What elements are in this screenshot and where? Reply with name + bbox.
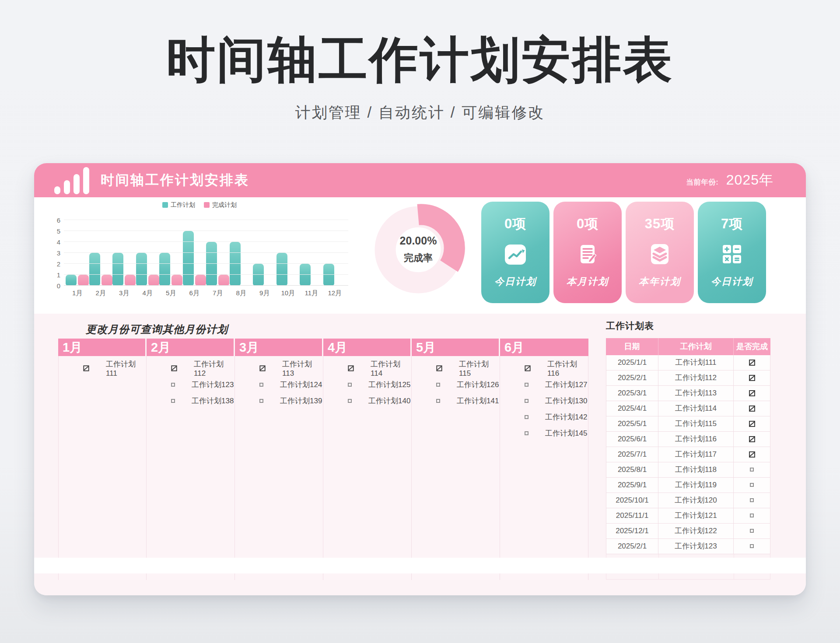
- checkbox-unchecked[interactable]: [436, 399, 440, 403]
- checkbox-checked[interactable]: [436, 365, 442, 371]
- card-title: 时间轴工作计划安排表: [101, 171, 249, 189]
- x-axis-label: 11月: [300, 289, 323, 297]
- y-axis-tick: 2: [51, 260, 60, 267]
- checkbox-unchecked[interactable]: [171, 399, 175, 403]
- checkbox-checked[interactable]: [259, 365, 265, 371]
- month-column: 5月工作计划115工作计划126工作计划141: [412, 339, 500, 580]
- bar-chart-logo-icon: [54, 166, 89, 194]
- table-cell-done: [734, 524, 770, 538]
- checkbox-unchecked[interactable]: [259, 399, 263, 403]
- table-cell-date: 2025/6/1: [606, 432, 658, 447]
- table-cell-plan: 工作计划116: [658, 432, 734, 447]
- month-column-header[interactable]: 1月: [58, 339, 147, 356]
- bar-group: [112, 220, 136, 286]
- checkbox-unchecked[interactable]: [750, 529, 754, 533]
- checkbox-unchecked[interactable]: [750, 468, 754, 472]
- checkbox-unchecked[interactable]: [750, 544, 754, 548]
- x-axis-label: 5月: [159, 289, 183, 297]
- table-cell-done: [734, 432, 770, 447]
- bar-group: [159, 220, 183, 286]
- x-axis-labels: 1月2月3月4月5月6月7月8月9月10月11月12月: [64, 289, 348, 297]
- year-value[interactable]: 2025年: [726, 171, 774, 190]
- x-axis-label: 3月: [112, 289, 136, 297]
- x-axis-label: 8月: [230, 289, 253, 297]
- bar-plot: 0123456: [64, 220, 348, 286]
- month-column-header[interactable]: 4月: [323, 339, 412, 356]
- bar-work-plan: [183, 231, 194, 286]
- plan-item-label: 工作计划111: [106, 359, 146, 378]
- table-row: 2025/1/1工作计划111: [606, 355, 770, 370]
- bar-work-plan: [136, 253, 147, 286]
- bar-group: [300, 220, 323, 286]
- checkbox-unchecked[interactable]: [750, 483, 754, 487]
- month-column-header[interactable]: 5月: [412, 339, 500, 356]
- table-cell-done: [734, 493, 770, 508]
- checkbox-checked[interactable]: [749, 405, 755, 412]
- checkbox-checked[interactable]: [749, 390, 755, 396]
- checkbox-checked[interactable]: [749, 360, 755, 366]
- bar-group: [66, 220, 89, 286]
- checkbox-unchecked[interactable]: [750, 498, 754, 502]
- checkbox-unchecked[interactable]: [525, 399, 528, 403]
- x-axis-label: 6月: [183, 289, 206, 297]
- checkbox-checked[interactable]: [525, 365, 530, 371]
- y-axis-tick: 3: [51, 249, 60, 256]
- checkbox-unchecked[interactable]: [436, 383, 440, 387]
- checkbox-unchecked[interactable]: [348, 383, 352, 387]
- y-axis-tick: 5: [51, 227, 60, 234]
- table-row: 2025/6/1工作计划116: [606, 432, 770, 447]
- checkbox-unchecked[interactable]: [525, 415, 528, 419]
- year-label: 当前年份:: [686, 177, 718, 187]
- month-column-header[interactable]: 3月: [235, 339, 323, 356]
- checkbox-checked[interactable]: [749, 421, 755, 427]
- bars-row: [64, 220, 348, 286]
- month-column: 4月工作计划114工作计划125工作计划140: [323, 339, 412, 580]
- table-cell-done: [734, 539, 770, 554]
- stat-cards: 0项 今日计划 0项: [481, 202, 766, 303]
- checkbox-checked[interactable]: [749, 436, 755, 442]
- plan-item: 工作计划145: [500, 425, 588, 441]
- plan-item: 工作计划116: [500, 360, 588, 377]
- plan-item-label: 工作计划123: [192, 380, 234, 390]
- bar-group: [230, 220, 253, 286]
- bar-work-plan: [230, 242, 241, 286]
- checkbox-unchecked[interactable]: [259, 383, 263, 387]
- checkbox-unchecked[interactable]: [171, 383, 175, 387]
- plan-item-label: 工作计划112: [194, 359, 234, 378]
- month-column-header[interactable]: 6月: [500, 339, 588, 356]
- bar-work-plan: [300, 264, 311, 286]
- month-column: 2月工作计划112工作计划123工作计划138: [147, 339, 235, 580]
- page-subtitle: 计划管理 / 自动统计 / 可编辑修改: [0, 102, 840, 123]
- checkbox-checked[interactable]: [83, 365, 89, 371]
- month-column-body: 工作计划113工作计划124工作计划139: [235, 356, 323, 580]
- table-cell-done: [734, 355, 770, 370]
- bar-done-plan: [78, 275, 89, 286]
- plan-item-label: 工作计划140: [368, 396, 410, 406]
- checkbox-checked[interactable]: [348, 365, 354, 371]
- table-cell-plan: 工作计划115: [658, 416, 734, 431]
- stat-card-year-plans: 35项 本年计划: [626, 202, 694, 303]
- plan-item: 工作计划123: [147, 377, 234, 393]
- checkbox-checked[interactable]: [171, 365, 177, 371]
- checkbox-checked[interactable]: [749, 375, 755, 381]
- bar-done-plan: [195, 275, 206, 286]
- stat-value: 35项: [645, 215, 675, 233]
- checkbox-unchecked[interactable]: [750, 514, 754, 517]
- gridline: [64, 263, 348, 264]
- bottom-white-band: [34, 558, 806, 573]
- stat-card-today-plans: 0项 今日计划: [481, 202, 550, 303]
- y-axis-tick: 0: [51, 282, 60, 289]
- table-cell-date: 2025/8/1: [606, 462, 658, 477]
- work-table-body: 2025/1/1工作计划1112025/2/1工作计划1122025/3/1工作…: [606, 355, 770, 554]
- checkbox-unchecked[interactable]: [525, 431, 528, 435]
- work-table-block: 工作计划表 日期 工作计划 是否完成 2025/1/1工作计划1112025/2…: [606, 320, 770, 580]
- checkbox-unchecked[interactable]: [348, 399, 352, 403]
- checkbox-unchecked[interactable]: [525, 383, 528, 387]
- month-column-header[interactable]: 2月: [147, 339, 235, 356]
- x-axis-label: 12月: [323, 289, 347, 297]
- bar-work-plan: [323, 264, 334, 286]
- table-row: 2025/11/1工作计划121: [606, 508, 770, 524]
- table-cell-plan: 工作计划117: [658, 447, 734, 462]
- legend-item-done: 完成计划: [204, 201, 237, 209]
- checkbox-checked[interactable]: [749, 451, 755, 458]
